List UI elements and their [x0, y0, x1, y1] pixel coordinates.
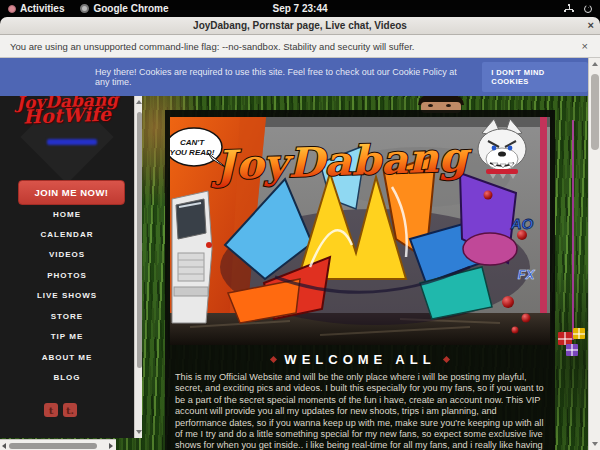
- sidebar-item-store[interactable]: STORE: [0, 312, 134, 321]
- wall-tag-fx: FX: [518, 267, 536, 282]
- infobar-close-icon[interactable]: ×: [582, 40, 600, 52]
- app-menu-button[interactable]: Google Chrome: [72, 0, 176, 17]
- main-vertical-scrollbar[interactable]: [588, 58, 600, 450]
- diamond-icon: [443, 356, 450, 363]
- cookie-message: Hey there! Cookies are required to use t…: [0, 67, 472, 87]
- welcome-heading: WELCOME ALL: [165, 352, 555, 367]
- system-tray: [564, 4, 600, 13]
- sidebar: JoyDabang HotWife JOIN ME NOW! HOME CALE…: [0, 96, 134, 438]
- main-vertical-scrollbar-thumb[interactable]: [591, 74, 599, 150]
- bubble-text-1: CAN'T: [180, 138, 205, 147]
- activities-button[interactable]: Activities: [0, 0, 72, 17]
- window-close-icon[interactable]: ×: [588, 19, 594, 32]
- content-panel: AO FX: [165, 110, 555, 450]
- join-button[interactable]: JOIN ME NOW!: [18, 180, 125, 205]
- app-menu-label: Google Chrome: [93, 3, 168, 14]
- sidebar-horizontal-scrollbar[interactable]: [0, 439, 116, 450]
- chrome-icon: [80, 4, 89, 13]
- window-title: JoyDabang, Pornstar page, Live chat, Vid…: [193, 20, 407, 31]
- hero-title: JoyDabang: [210, 132, 474, 188]
- network-icon[interactable]: [564, 4, 574, 13]
- welcome-paragraph: This is my Official Website and will be …: [175, 372, 545, 450]
- welcome-heading-text: WELCOME ALL: [284, 352, 435, 367]
- sidebar-vertical-scrollbar[interactable]: [134, 96, 142, 438]
- truck-art: [172, 191, 212, 323]
- sidebar-item-live-shows[interactable]: LIVE SHOWS: [0, 291, 134, 300]
- window-titlebar: JoyDabang, Pornstar page, Live chat, Vid…: [0, 17, 600, 35]
- scroll-down-icon[interactable]: [136, 430, 142, 434]
- sidebar-horizontal-scrollbar-thumb[interactable]: [9, 443, 97, 449]
- bubble-text-2: YOU READ!: [170, 148, 215, 157]
- sidebar-item-about-me[interactable]: ABOUT ME: [0, 353, 134, 362]
- activities-indicator-icon: [8, 5, 16, 13]
- tumblr-icon[interactable]: t.: [63, 403, 77, 417]
- scroll-right-icon[interactable]: [109, 443, 113, 449]
- sidebar-item-videos[interactable]: VIDEOS: [0, 250, 134, 259]
- gnome-top-bar: Activities Google Chrome Sep 7 23:44: [0, 0, 600, 17]
- scroll-up-icon[interactable]: [592, 62, 598, 66]
- scroll-down-icon[interactable]: [592, 442, 598, 446]
- sidebar-item-home[interactable]: HOME: [0, 210, 134, 219]
- diamond-icon: [270, 356, 277, 363]
- sidebar-link[interactable]: [47, 139, 97, 145]
- wall-tag-ao: AO: [510, 215, 534, 232]
- cookie-accept-button[interactable]: I DON'T MIND COOKIES: [482, 62, 588, 92]
- chrome-infobar: You are using an unsupported command-lin…: [0, 35, 600, 58]
- gift-box-art: [566, 344, 578, 356]
- scroll-left-icon[interactable]: [2, 443, 6, 449]
- background-accent-line: [572, 120, 574, 340]
- sidebar-item-calendar[interactable]: CALENDAR: [0, 230, 134, 239]
- activities-label: Activities: [20, 3, 64, 14]
- gift-box-art: [573, 328, 585, 339]
- sidebar-item-tip-me[interactable]: TIP ME: [0, 332, 134, 341]
- logo-line-2: HotWife: [0, 104, 134, 128]
- browser-viewport: AO FX: [0, 58, 600, 450]
- sidebar-vertical-scrollbar-thumb[interactable]: [137, 112, 142, 368]
- sidebar-item-photos[interactable]: PHOTOS: [0, 271, 134, 280]
- infobar-message: You are using an unsupported command-lin…: [0, 41, 415, 52]
- sidebar-item-blog[interactable]: BLOG: [0, 373, 134, 382]
- power-icon[interactable]: [584, 5, 592, 13]
- hero-image: AO FX: [170, 117, 550, 345]
- twitter-icon[interactable]: t: [44, 403, 58, 417]
- social-links: t t.: [44, 403, 77, 417]
- scroll-up-icon[interactable]: [136, 100, 142, 104]
- site-logo: JoyDabang HotWife: [0, 96, 134, 125]
- cookie-banner: Hey there! Cookies are required to use t…: [0, 58, 588, 96]
